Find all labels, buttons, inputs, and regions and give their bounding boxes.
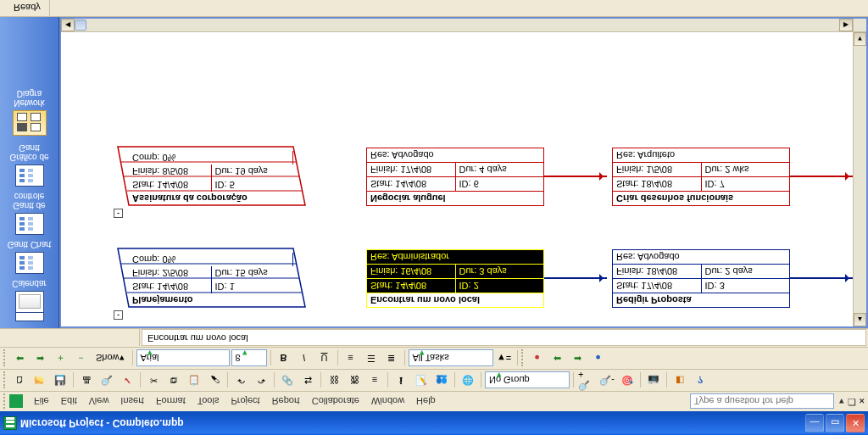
undo-button[interactable]: ↶ [231,371,250,390]
vertical-scrollbar[interactable]: ▲ ▼ [853,32,866,326]
zoom-in-button[interactable]: 🔍+ [577,371,596,390]
scroll-task-button[interactable]: ⇆ [298,371,317,390]
autofilter-button[interactable]: ▼= [495,349,514,368]
copy-button[interactable]: ⧉ [164,371,183,390]
node-negociar-aluguel[interactable]: Negociar aluguel Start: 14/4/08ID: 6 Fin… [366,148,544,206]
view-item-grafico-gantt[interactable]: Gráfico de Gantt [4,143,55,187]
redo-button[interactable]: ↷ [252,371,270,390]
help-button[interactable]: ? [691,371,709,390]
horizontal-scrollbar[interactable]: ◀ ▶ [61,19,853,32]
menu-format[interactable]: Format [150,393,192,410]
split-task-button[interactable]: ≡ [365,371,384,390]
open-button[interactable]: 📂 [31,371,49,390]
menu-tools[interactable]: Tools [192,393,225,410]
gantt-icon [15,213,44,235]
toolbar-grip[interactable] [3,394,7,410]
menu-help[interactable]: Help [410,393,442,410]
toolbar-grip[interactable] [521,350,525,367]
diagram-canvas[interactable]: - - Planejamento Start: 14/4/08ID: 1 Fin… [61,32,853,326]
unlink-tasks-button[interactable]: ⛓̸ [345,371,364,390]
assign-resources-button[interactable]: 👥 [432,371,451,390]
menu-insert[interactable]: Insert [114,393,150,410]
align-center-button[interactable]: ☰ [362,349,381,368]
nav-back-arrow[interactable]: ⬅ [548,349,567,368]
link-tasks-button[interactable]: ⛓ [325,371,343,390]
align-right-button[interactable]: ≣ [382,349,401,368]
calendar-icon [15,291,44,313]
close-button[interactable]: ✕ [846,414,865,432]
font-combo[interactable]: Arial▾ [136,350,230,367]
formatting-toolbar: ⬅ ➡ ＋ － Show ▾ Arial▾ 8▾ B I U ≡ ☰ ≣ All… [0,347,868,369]
filter-combo[interactable]: All Tasks▾ [409,350,493,367]
minimize-button[interactable]: — [805,414,824,432]
node-title: Negociar aluguel [367,192,543,205]
help-search-input[interactable] [690,394,834,410]
restore-child-window-icon[interactable]: ▾ [839,396,844,407]
nav-fwd-button[interactable]: ● [589,349,608,368]
bold-button[interactable]: B [275,349,293,368]
diagram-canvas-wrap: - - Planejamento Start: 14/4/08ID: 1 Fin… [59,17,868,328]
group-combo[interactable]: No Group▾ [485,372,570,389]
outline-toggle[interactable]: - [114,209,123,218]
menu-report[interactable]: Report [266,393,306,410]
view-item-network-diagram[interactable]: Network Diagra [4,86,55,138]
scroll-left-button[interactable]: ◀ [61,19,75,31]
underline-button[interactable]: U [315,349,334,368]
nav-back-button[interactable]: ● [528,349,547,368]
node-encontrar-local[interactable]: Encontrar um novo local Start: 14/4/08ID… [366,249,544,308]
menu-project[interactable]: Project [225,393,265,410]
close-child-window-icon[interactable]: × [860,397,865,407]
show-outline-plus-button[interactable]: ＋ [51,349,70,368]
format-painter-button[interactable]: 🖌 [205,371,224,390]
scroll-up-button[interactable]: ▲ [854,313,866,326]
new-button[interactable]: 🗋 [10,371,29,390]
view-item-partial[interactable] [0,313,59,325]
entry-bar-value[interactable]: Encontrar um novo local [142,330,866,347]
menu-collaborate[interactable]: Collaborate [306,393,365,410]
show-outline-minus-button[interactable]: － [71,349,90,368]
view-bar: Calendar Gantt Chart Gantt de controle G… [0,17,59,328]
show-dropdown[interactable]: Show ▾ [92,349,129,368]
view-item-gantt-controle[interactable]: Gantt de controle [4,192,55,235]
nav-fwd-arrow[interactable]: ➡ [569,349,587,368]
scroll-down-button[interactable]: ▼ [854,32,866,46]
spellcheck-button[interactable]: ✓ [118,371,136,390]
view-item-gantt-chart[interactable]: Gantt Chart [4,240,55,274]
scrollbar-thumb[interactable] [75,20,86,31]
toolbar-grip[interactable] [3,372,7,389]
node-redigir-proposta[interactable]: Redigir Proposta Start: 17/4/08ID: 3 Fin… [612,249,790,308]
node-assinatura[interactable]: Assinatura da corporação Start: 14/4/08I… [117,147,307,206]
paste-button[interactable]: 📋 [185,371,203,390]
task-notes-button[interactable]: 📝 [412,371,431,390]
status-bar: Ready [0,0,868,17]
zoom-out-button[interactable]: 🔍- [598,371,616,390]
print-preview-button[interactable]: 🔍 [97,371,116,390]
scroll-right-button[interactable]: ▶ [839,19,853,31]
menu-window[interactable]: Window [365,393,410,410]
node-planejamento[interactable]: Planejamento Start: 14/4/08ID: 1 Finish:… [117,248,307,308]
cut-button[interactable]: ✂ [144,371,163,390]
publish-button[interactable]: 🌐 [459,371,477,390]
view-item-calendar[interactable]: Calendar [4,279,55,313]
toolbar-grip[interactable] [3,350,7,367]
task-info-button[interactable]: ℹ [392,371,410,390]
hyperlink-button[interactable]: 🔗 [278,371,297,390]
menu-file[interactable]: File [28,393,55,410]
print-button[interactable]: 🖶 [77,371,96,390]
menu-edit[interactable]: Edit [55,393,83,410]
italic-button[interactable]: I [295,349,314,368]
node-criar-desenhos[interactable]: Criar desenhos funcionais Start: 18/4/08… [612,148,790,206]
restore-window-icon[interactable]: ❐ [848,396,856,407]
indent-button[interactable]: ➡ [31,349,49,368]
align-left-button[interactable]: ≡ [342,349,360,368]
font-size-combo[interactable]: 8▾ [231,350,267,367]
copy-picture-button[interactable]: 📷 [644,371,663,390]
ms-office-button[interactable]: ◧ [670,371,689,390]
entry-bar-left[interactable] [0,330,140,347]
go-to-selected-task-button[interactable]: 🎯 [618,371,637,390]
save-button[interactable]: 💾 [51,371,70,390]
menu-view[interactable]: View [83,393,115,410]
outline-toggle[interactable]: - [114,310,123,320]
maximize-button[interactable]: ▭ [826,414,844,432]
outdent-button[interactable]: ⬅ [10,349,29,368]
